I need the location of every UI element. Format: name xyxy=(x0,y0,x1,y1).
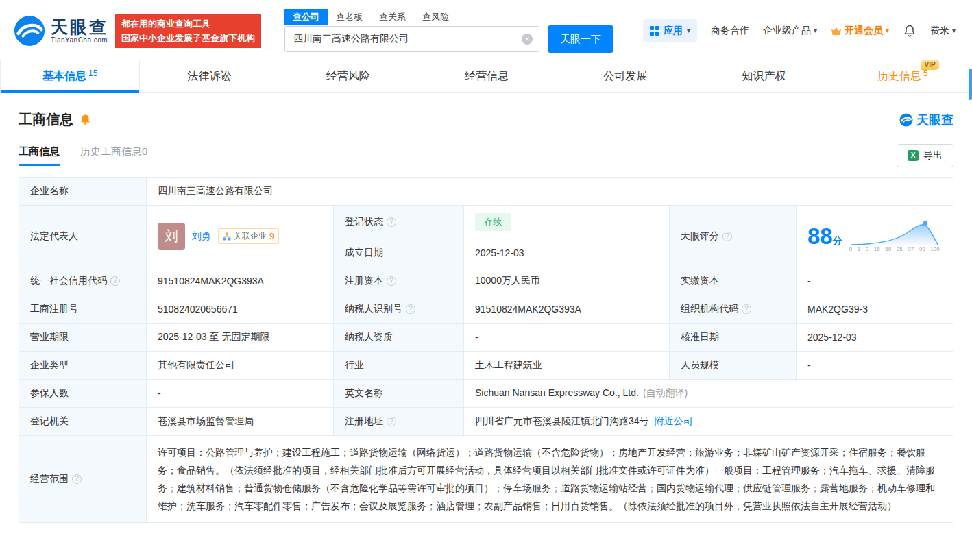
menu-enterprise-products[interactable]: 企业级产品 ▾ xyxy=(763,25,817,37)
help-icon[interactable]: ? xyxy=(406,304,415,314)
tick: 50 xyxy=(885,247,891,252)
help-icon[interactable]: ? xyxy=(72,474,82,484)
search-input[interactable] xyxy=(284,26,539,52)
search-tabs: 查公司 查老板 查关系 查风险 xyxy=(284,9,613,25)
subtab-history-business-info[interactable]: 历史工商信息0 xyxy=(80,145,147,166)
reg-authority-label: 登记机关 xyxy=(19,408,147,436)
help-icon[interactable]: ? xyxy=(110,276,120,286)
promo-banner: 都在用的商业查询工具 国家中小企业发展子基金旗下机构 xyxy=(115,14,261,48)
label-text: 行业 xyxy=(345,359,364,370)
business-scope-label: 经营范围? xyxy=(19,436,147,523)
taxpayer-quality-label: 纳税人资质 xyxy=(334,324,464,352)
subscribe-bell-icon[interactable] xyxy=(80,114,91,125)
staff-size-label: 人员规模 xyxy=(670,352,797,380)
score-value: 88 xyxy=(807,223,833,249)
help-icon[interactable]: ? xyxy=(742,304,751,314)
legal-rep-label: 法定代表人 xyxy=(19,206,147,267)
legal-rep-cell: 刘 刘勇 关联企业 9 xyxy=(158,223,322,250)
score-chart: 0 1 3 15 50 85 97 99 100 xyxy=(849,220,940,252)
top-menu: 应用 ▾ 商务合作 企业级产品 ▾ 开通会员 ▾ 费米 ▾ xyxy=(643,19,956,42)
subtab-history-count: 0 xyxy=(142,145,147,157)
reg-status-value: 存续 xyxy=(464,206,670,239)
help-icon[interactable]: ? xyxy=(387,417,396,426)
help-icon[interactable]: ? xyxy=(722,232,732,241)
score-unit: 分 xyxy=(833,235,842,246)
legal-rep-name-link[interactable]: 刘勇 xyxy=(192,230,211,243)
english-name-text: Sichuan Nansan Expressway Co., Ltd. xyxy=(475,387,639,398)
apps-menu-button[interactable]: 应用 ▾ xyxy=(643,19,697,42)
logo-text: 天眼查 TianYanCha.com xyxy=(51,18,108,45)
insured-count-label: 参保人数 xyxy=(19,380,147,408)
help-icon[interactable]: ? xyxy=(387,217,396,227)
search-tab-company[interactable]: 查公司 xyxy=(284,9,328,25)
user-menu[interactable]: 费米 ▾ xyxy=(930,25,956,37)
menu-open-vip[interactable]: 开通会员 ▾ xyxy=(831,25,889,37)
tab-operation-label: 经营信息 xyxy=(465,69,509,84)
label-text: 登记状态 xyxy=(345,216,383,227)
menu-business-cooperation[interactable]: 商务合作 xyxy=(711,25,749,37)
section-head: 工商信息 天眼查 xyxy=(19,110,953,129)
label-text: 英文名称 xyxy=(345,387,383,398)
search-tab-relation[interactable]: 查关系 xyxy=(371,9,414,25)
tick: 15 xyxy=(874,247,880,252)
tab-legal-label: 法律诉讼 xyxy=(187,69,231,84)
notification-bell-icon[interactable] xyxy=(903,24,916,38)
tab-legal-proceedings[interactable]: 法律诉讼 xyxy=(140,60,278,92)
tab-basic-info[interactable]: 基本信息15 xyxy=(0,60,140,92)
tab-development-label: 公司发展 xyxy=(603,69,647,84)
clear-input-icon[interactable]: × xyxy=(522,34,533,45)
tab-history-info[interactable]: VIP 历史信息5 xyxy=(834,60,972,92)
related-companies-count: 9 xyxy=(269,232,274,241)
related-companies-icon xyxy=(223,232,231,241)
label-text: 注册地址 xyxy=(345,415,383,426)
tab-history-count: 5 xyxy=(923,69,928,78)
company-type-value: 其他有限责任公司 xyxy=(147,352,334,380)
tick: 99 xyxy=(919,247,925,252)
table-row: 经营范围? 许可项目：公路管理与养护；建设工程施工；道路货物运输（网络货运）；道… xyxy=(19,436,953,523)
search-tab-risk[interactable]: 查风险 xyxy=(414,9,457,25)
promo-line1: 都在用的商业查询工具 xyxy=(121,16,255,31)
tianyancha-logo-icon xyxy=(14,15,45,47)
export-button[interactable]: X 导出 xyxy=(897,144,953,167)
legal-rep-avatar[interactable]: 刘 xyxy=(158,223,185,250)
label-text: 统一社会信用代码 xyxy=(30,275,107,286)
tab-business-risk[interactable]: 经营风险 xyxy=(279,60,417,92)
subtab-business-info[interactable]: 工商信息 xyxy=(19,145,60,166)
staff-size-value: - xyxy=(797,352,953,380)
approval-date-value: 2025-12-03 xyxy=(797,324,953,352)
tab-intellectual-property[interactable]: 知识产权 xyxy=(694,60,833,92)
subtab-history-label: 历史工商信息 xyxy=(80,145,142,157)
table-row: 统一社会信用代码? 91510824MAK2QG393A 注册资本? 10000… xyxy=(19,267,953,295)
tianyancha-watermark: 天眼查 xyxy=(899,112,953,128)
nearby-companies-link[interactable]: 附近公司 xyxy=(655,415,693,426)
related-companies-badge[interactable]: 关联企业 9 xyxy=(218,228,279,244)
label-text: 核准日期 xyxy=(681,331,719,342)
industry-label: 行业 xyxy=(334,352,464,380)
label-text: 经营范围 xyxy=(30,473,69,484)
label-text: 参保人数 xyxy=(30,387,69,398)
reg-capital-label: 注册资本? xyxy=(334,267,464,295)
table-row: 企业名称 四川南三高速公路有限公司 xyxy=(19,178,953,206)
reg-status-label: 登记状态? xyxy=(334,206,464,239)
reg-number-label: 工商注册号 xyxy=(19,295,147,324)
paid-capital-value: - xyxy=(797,267,953,295)
tab-operation-info[interactable]: 经营信息 xyxy=(417,60,556,92)
search-tab-boss[interactable]: 查老板 xyxy=(328,9,371,25)
company-name-value: 四川南三高速公路有限公司 xyxy=(147,178,953,206)
tab-company-development[interactable]: 公司发展 xyxy=(556,60,694,92)
search-button[interactable]: 天眼一下 xyxy=(548,25,613,53)
promo-line2: 国家中小企业发展子基金旗下机构 xyxy=(121,31,255,45)
reg-authority-value: 苍溪县市场监督管理局 xyxy=(147,408,334,436)
status-badge: 存续 xyxy=(475,213,511,231)
scrollbar-thumb[interactable] xyxy=(969,69,972,100)
watermark-label: 天眼查 xyxy=(916,112,953,128)
credit-code-value: 91510824MAK2QG393A xyxy=(147,267,334,295)
tianyancha-logo[interactable]: 天眼查 TianYanCha.com xyxy=(14,15,108,47)
top-header: 天眼查 TianYanCha.com 都在用的商业查询工具 国家中小企业发展子基… xyxy=(0,0,972,60)
label-text: 企业类型 xyxy=(30,359,69,370)
english-name-label: 英文名称 xyxy=(334,380,464,408)
help-icon[interactable]: ? xyxy=(387,276,396,286)
apps-label: 应用 xyxy=(664,25,683,37)
score-axis-ticks: 0 1 3 15 50 85 97 99 100 xyxy=(849,247,940,252)
table-row: 登记机关 苍溪县市场监督管理局 注册地址? 四川省广元市苍溪县陵江镇北门沟路34… xyxy=(19,408,953,436)
